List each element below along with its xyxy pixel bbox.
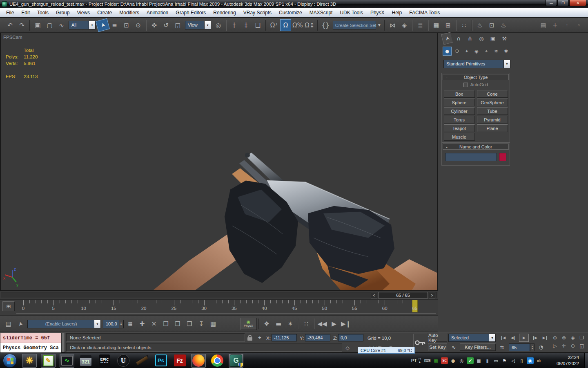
object-type-collapse-icon[interactable]: - xyxy=(443,75,450,80)
tab-create-icon[interactable]: ➤ xyxy=(441,32,453,45)
primitive-category-dropdown[interactable]: Standard Primitives ▼ xyxy=(443,60,510,68)
hardware-monitor-button[interactable]: ∿ xyxy=(60,354,74,368)
create-box-button[interactable]: Box xyxy=(444,90,475,98)
physx-play-icon[interactable]: ▶ xyxy=(329,318,340,330)
filezilla-button[interactable]: Fz xyxy=(172,354,187,368)
align-icon[interactable]: ◈ xyxy=(399,19,410,31)
start-button[interactable] xyxy=(3,354,17,368)
selection-filter-dropdown[interactable]: All▼ xyxy=(69,21,96,29)
layer-weight-spinner-arrows[interactable]: ▴▾ xyxy=(119,320,123,328)
create-torus-button[interactable]: Torus xyxy=(444,116,475,123)
menu-customize[interactable]: Customize xyxy=(275,8,306,17)
bind-to-space-warp-icon[interactable]: ∿ xyxy=(56,19,67,31)
category-shapes-icon[interactable]: ❍ xyxy=(452,47,461,56)
tray-disk-icon[interactable]: ● xyxy=(450,357,457,364)
viewport-camera-label[interactable]: FPSCam xyxy=(3,35,22,40)
menu-animation[interactable]: Animation xyxy=(143,8,172,17)
object-name-field[interactable] xyxy=(445,153,497,161)
physx-step-icon[interactable]: ▶❙ xyxy=(341,318,352,330)
max-3ds-button[interactable]: G xyxy=(229,354,243,368)
tray-network-icon[interactable]: ◉ xyxy=(527,357,534,364)
taskbar-clock[interactable]: 22:24 06/07/2022 xyxy=(557,353,579,368)
create-cone-button[interactable]: Cone xyxy=(477,90,508,98)
tray-update-check-icon[interactable]: ✔ xyxy=(467,357,474,364)
menu-tools[interactable]: Tools xyxy=(33,8,52,17)
select-object-icon[interactable]: ➤ xyxy=(96,18,110,32)
primitive-category-arrow-icon[interactable]: ▼ xyxy=(503,60,510,68)
absolute-mode-icon[interactable]: ⌖ xyxy=(256,334,264,341)
enable-layers-dropdown[interactable]: (Enable Layers)▼ xyxy=(27,320,101,328)
create-cylinder-button[interactable]: Cylinder xyxy=(444,107,475,115)
menu-views[interactable]: Views xyxy=(73,8,94,17)
key-mode-toggle-icon[interactable]: ⇆ xyxy=(497,343,506,351)
zoom-icon[interactable]: ⊕ xyxy=(550,334,559,342)
layer-weight-spinner[interactable]: 100,0▴▾ xyxy=(103,320,124,328)
create-pyramid-button[interactable]: Pyramid xyxy=(477,116,508,123)
firefox-button[interactable] xyxy=(191,354,206,368)
animation-layers-icon[interactable]: ▤ xyxy=(3,318,14,330)
select-and-scale-icon[interactable]: ◱ xyxy=(172,19,183,31)
maxscript-mini-listener[interactable]: sliderTime = 65f Physcs Geometry Sca xyxy=(0,333,61,352)
listener-script-line[interactable]: Physcs Geometry Sca xyxy=(0,343,61,352)
time-tag-icon[interactable]: ◇ xyxy=(344,345,351,351)
time-slider-handle[interactable]: 65 / 65 xyxy=(378,292,428,298)
go-to-start-button[interactable]: ❙◀ xyxy=(498,334,508,342)
category-systems-icon[interactable]: ✱ xyxy=(501,47,510,56)
menu-graph-editors[interactable]: Graph Editors xyxy=(172,8,209,17)
tray-signal-icon[interactable]: ıılı xyxy=(535,357,542,364)
listener-scrollbar[interactable] xyxy=(61,333,65,352)
delete-layer-icon[interactable]: ✕ xyxy=(149,318,160,330)
layer-manager-icon[interactable]: ≣ xyxy=(415,19,426,31)
notepad-plus-button[interactable]: ✎ xyxy=(41,354,56,368)
unlink-selection-icon[interactable]: ▢ xyxy=(44,19,55,31)
angle-snap-toggle-icon[interactable]: Ω xyxy=(280,19,291,31)
physx-button[interactable]: ◉ PhysX xyxy=(241,318,257,330)
time-slider-next-button[interactable]: > xyxy=(429,292,435,298)
add-toolbar-icon[interactable]: + xyxy=(550,19,561,31)
copy-layer-icon[interactable]: ❐ xyxy=(160,318,172,330)
key-selection-arrow-icon[interactable]: ▼ xyxy=(489,334,495,341)
selection-set-dropdown-arrow-icon[interactable]: ▼ xyxy=(376,19,382,31)
tray-keyboard-icon[interactable]: ⌨ xyxy=(424,357,431,364)
menu-udk-tools[interactable]: UDK Tools xyxy=(336,8,366,17)
go-to-end-button[interactable]: ▶❙ xyxy=(540,334,550,342)
menu-maxscript[interactable]: MAXScript xyxy=(306,8,336,17)
tray-volume-icon[interactable]: ◁ xyxy=(510,357,517,364)
ak47-game-button[interactable] xyxy=(135,354,149,368)
tray-usb-icon[interactable]: ▮ xyxy=(484,357,491,364)
curve-editor-icon[interactable]: ▦ xyxy=(431,19,442,31)
language-indicator[interactable]: PT xyxy=(411,358,417,363)
select-by-name-icon[interactable]: ≡ xyxy=(109,19,120,31)
show-desktop-button[interactable] xyxy=(584,353,588,368)
y-coord-field[interactable]: -39,484 xyxy=(305,334,330,341)
mini-curve-editor-button[interactable]: ⊞ xyxy=(2,301,15,311)
tab-display-icon[interactable]: ▣ xyxy=(488,34,498,43)
tab-hierarchy-icon[interactable]: ⋔ xyxy=(465,34,475,43)
layer-list-icon[interactable]: ≣ xyxy=(125,318,136,330)
category-geometry-icon[interactable]: ● xyxy=(443,47,452,56)
rectangular-selection-region-icon[interactable]: ⊡ xyxy=(121,19,132,31)
create-geosphere-button[interactable]: GeoSphere xyxy=(477,99,508,106)
layout-panel-icon[interactable]: ▤ xyxy=(538,19,549,31)
listener-macro-line[interactable]: sliderTime = 65f xyxy=(0,333,61,343)
use-pivot-point-center-icon[interactable]: ◎ xyxy=(213,19,224,31)
dim-dot-icon[interactable]: · xyxy=(561,19,572,31)
time-configuration-icon[interactable]: ◔ xyxy=(537,343,546,351)
autogrid-checkbox[interactable] xyxy=(463,83,468,87)
menu-physx[interactable]: PhysX xyxy=(367,8,388,17)
tray-sc-icon[interactable]: SC xyxy=(441,357,448,364)
tray-grid-icon[interactable]: ▦ xyxy=(432,357,439,364)
window-crossing-toggle-icon[interactable]: ⊙ xyxy=(133,19,144,31)
zoom-all-icon[interactable]: ⊛ xyxy=(559,334,568,342)
set-keys-button[interactable] xyxy=(413,334,427,351)
photoshop-button[interactable]: Ps xyxy=(154,354,168,368)
show-hidden-icons-button[interactable]: ❐ ▴ xyxy=(419,358,421,363)
selection-lock-icon[interactable] xyxy=(247,335,252,341)
menu-facima-tools[interactable]: FACIMA Tools xyxy=(405,8,443,17)
disable-anim-layers-icon[interactable]: ▦ xyxy=(208,318,219,330)
zoom-extents-all-icon[interactable]: ❒ xyxy=(577,334,586,342)
snaps-toggle-3d-icon[interactable]: Ω³ xyxy=(268,19,279,31)
chrome-button[interactable] xyxy=(210,354,225,368)
viewport-3d-scene[interactable] xyxy=(1,33,437,290)
schematic-view-icon[interactable]: ⊞ xyxy=(443,19,454,31)
